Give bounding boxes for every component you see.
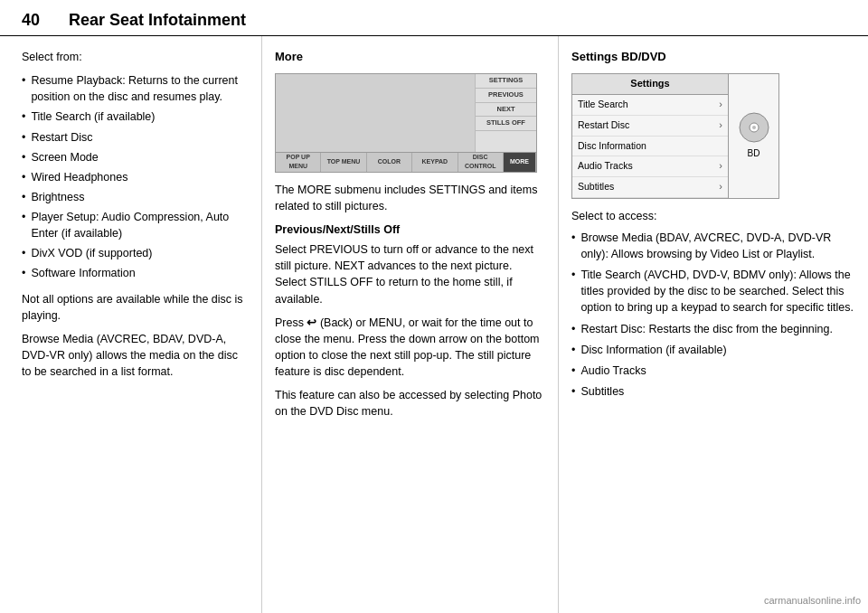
svg-point-2 (752, 126, 756, 129)
list-item: Resume Playback: Returns to the current … (22, 72, 247, 105)
photo-text: This feature can also be accessed by sel… (275, 387, 545, 420)
more-title: More (275, 49, 545, 66)
dvd-menu-tabs: POP UP MENU TOP MENU COLOR KEYPAD DISC C… (276, 152, 536, 172)
left-para1: Not all options are available while the … (22, 291, 247, 324)
bd-disc-icon (738, 111, 770, 144)
previous-next-title: Previous/Next/Stills Off (275, 222, 545, 238)
back-text: Press ↩ (Back) or MENU, or wait for the … (275, 315, 545, 381)
keypad-tab: KEYPAD (412, 153, 458, 172)
list-item: Title Search (if available) (22, 108, 247, 125)
list-item: Brightness (22, 189, 247, 205)
pop-up-menu-tab: POP UP MENU (276, 153, 321, 172)
settings-item-title-search: Title Search › (572, 95, 728, 116)
list-item: Screen Mode (22, 149, 247, 165)
settings-panel: Settings Title Search › Restart Disc › D… (572, 74, 729, 198)
page-header: 40 Rear Seat Infotainment (0, 0, 868, 36)
list-item: Browse Media (BDAV, AVCREC, DVD-A, DVD-V… (571, 230, 854, 262)
settings-bd-side: BD (729, 74, 778, 198)
select-to-access: Select to access: (571, 208, 854, 224)
left-para2: Browse Media (AVCREC, BDAV, DVD-A, DVD-V… (22, 331, 247, 380)
subsection-text: Select PREVIOUS to turn off or advance t… (275, 241, 545, 307)
list-item: Audio Tracks (571, 363, 854, 379)
settings-item-subtitles: Subtitles › (572, 177, 728, 198)
arrow-icon: › (719, 159, 722, 174)
arrow-icon: › (719, 98, 722, 112)
page-title: Rear Seat Infotainment (69, 11, 246, 30)
back-symbol: ↩ (307, 316, 316, 329)
right-column: Settings BD/DVD Settings Title Search › … (559, 36, 868, 613)
previous-btn: PREVIOUS (476, 89, 536, 103)
middle-column: More SETTINGS PREVIOUS NEXT STILLS OFF P… (262, 36, 559, 613)
left-column: Select from: Resume Playback: Returns to… (0, 36, 262, 613)
watermark: carmanualsonline.info (764, 595, 861, 606)
dvd-menu-image: SETTINGS PREVIOUS NEXT STILLS OFF POP UP… (275, 73, 537, 173)
settings-item-restart-disc: Restart Disc › (572, 116, 728, 137)
list-item: Title Search (AVCHD, DVD-V, BDMV only): … (571, 267, 854, 316)
top-menu-tab: TOP MENU (321, 153, 366, 172)
settings-bd-dvd-title: Settings BD/DVD (571, 49, 854, 66)
list-item: DivX VOD (if supported) (22, 245, 247, 261)
disc-control-tab: DISC CONTROL (458, 153, 504, 172)
stills-off-btn: STILLS OFF (476, 117, 536, 131)
settings-btn: SETTINGS (476, 74, 536, 89)
arrow-icon: › (719, 180, 722, 194)
list-item: Wired Headphones (22, 169, 247, 185)
settings-item-audio-tracks: Audio Tracks › (572, 156, 728, 177)
more-tab: MORE (504, 153, 536, 172)
settings-item-disc-info: Disc Information (572, 137, 728, 156)
color-tab: COLOR (367, 153, 412, 172)
list-item: Restart Disc: Restarts the disc from the… (571, 321, 854, 337)
page-number: 40 (22, 11, 40, 30)
list-item: Software Information (22, 265, 247, 281)
settings-bd-dvd-box: Settings Title Search › Restart Disc › D… (571, 73, 779, 199)
arrow-icon: › (719, 118, 722, 133)
page-container: 40 Rear Seat Infotainment Select from: R… (0, 0, 868, 613)
list-item: Disc Information (if available) (571, 342, 854, 358)
left-list: Resume Playback: Returns to the current … (22, 72, 247, 281)
next-btn: NEXT (476, 103, 536, 118)
list-item: Player Setup: Audio Compression, Auto En… (22, 209, 247, 241)
bd-label: BD (748, 147, 760, 161)
list-item: Subtitles (571, 383, 854, 400)
left-intro: Select from: (22, 49, 247, 65)
dvd-menu-screen (276, 74, 475, 152)
more-description: The MORE submenu includes SETTINGS and i… (275, 182, 545, 214)
dvd-menu-buttons: SETTINGS PREVIOUS NEXT STILLS OFF (475, 74, 536, 152)
right-list: Browse Media (BDAV, AVCREC, DVD-A, DVD-V… (571, 230, 854, 400)
columns: Select from: Resume Playback: Returns to… (0, 36, 868, 613)
settings-panel-header: Settings (572, 74, 728, 95)
press-label: Press (275, 316, 307, 329)
dvd-menu-top: SETTINGS PREVIOUS NEXT STILLS OFF (276, 74, 536, 152)
list-item: Restart Disc (22, 129, 247, 146)
